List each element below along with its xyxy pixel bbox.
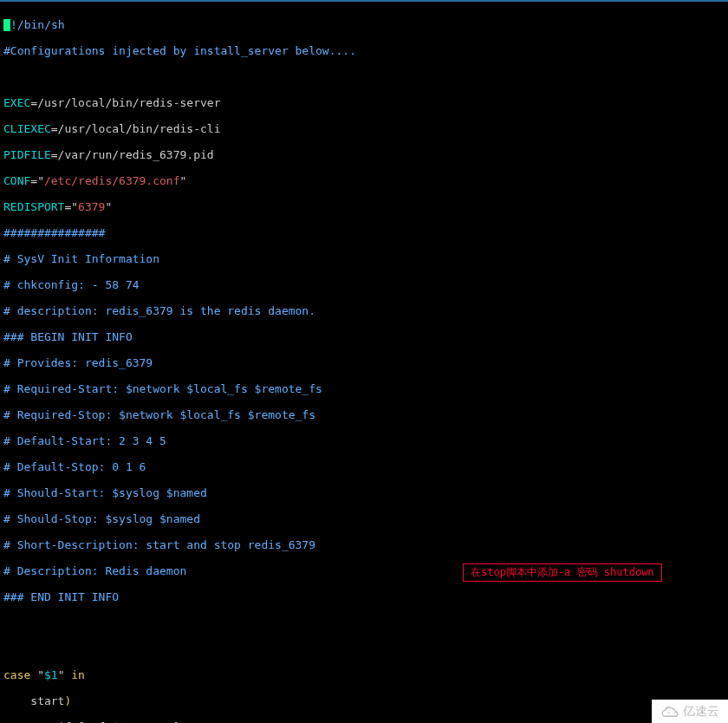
var-conf: CONF	[3, 174, 30, 187]
var-redisport: REDISPORT	[3, 200, 64, 213]
var-pidfile: PIDFILE	[3, 148, 51, 161]
svg-text:∞: ∞	[667, 709, 671, 714]
comment-line: # description: redis_6379 is the redis d…	[3, 304, 725, 317]
comment-line: # Default-Stop: 0 1 6	[3, 460, 725, 473]
comment-line: # SysV Init Information	[3, 252, 725, 265]
comment-line: # Should-Start: $syslog $named	[3, 486, 725, 499]
shebang: !/bin/sh	[10, 18, 65, 31]
kw-case: case	[3, 668, 30, 681]
var-exec: EXEC	[3, 96, 30, 109]
comment-line: ### END INIT INFO	[3, 590, 725, 603]
comment-line: # Required-Stop: $network $local_fs $rem…	[3, 408, 725, 421]
comment-line: # chkconfig: - 58 74	[3, 278, 725, 291]
comment-line: # Default-Start: 2 3 4 5	[3, 434, 725, 447]
comment-line: ###############	[3, 226, 725, 239]
code-editor[interactable]: !/bin/sh #Configurations injected by ins…	[0, 0, 728, 723]
annotation-text: 在stop脚本中添加-a 密码 shutdown	[471, 566, 654, 578]
annotation-callout: 在stop脚本中添加-a 密码 shutdown	[463, 563, 662, 582]
cloud-icon: ∞	[660, 706, 679, 718]
watermark-text: 亿速云	[683, 705, 719, 718]
comment-line: ### BEGIN INIT INFO	[3, 330, 725, 343]
comment-line: # Should-Stop: $syslog $named	[3, 512, 725, 525]
comment-line: # Required-Start: $network $local_fs $re…	[3, 382, 725, 395]
case-start: start	[30, 694, 64, 707]
comment-line: # Provides: redis_6379	[3, 356, 725, 369]
comment-line: # Short-Description: start and stop redi…	[3, 538, 725, 551]
var-cliexec: CLIEXEC	[3, 122, 51, 135]
cursor-block	[3, 19, 10, 31]
watermark-logo: ∞ 亿速云	[652, 700, 728, 723]
comment-line: #Configurations injected by install_serv…	[3, 44, 725, 57]
